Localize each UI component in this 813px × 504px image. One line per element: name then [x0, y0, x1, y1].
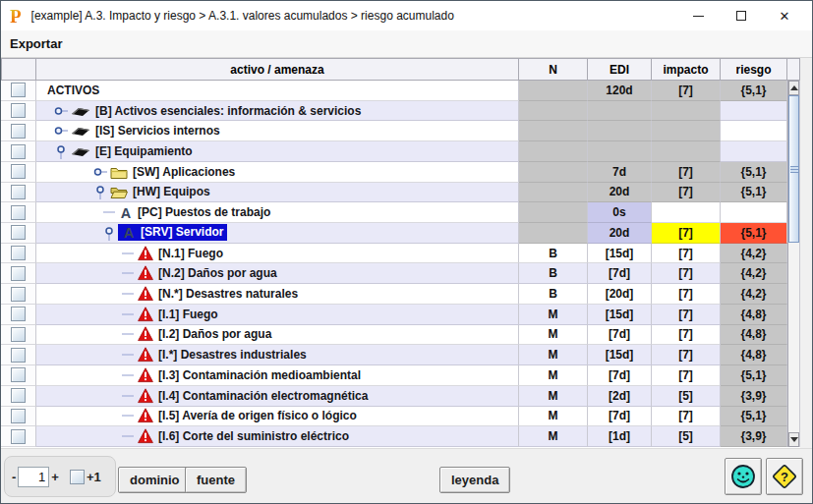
increment-button[interactable]: +	[49, 470, 61, 484]
tree-expanded-handle-icon[interactable]	[53, 143, 69, 159]
header-edi[interactable]: EDI	[588, 58, 652, 81]
table-row[interactable]: A[SRV] Servidor20d[7]{5,1}	[1, 223, 787, 244]
tree-node-label[interactable]: [PC] Puestos de trabajo	[138, 205, 270, 219]
table-row[interactable]: [N.1] FuegoB[15d][7]{4,2}	[1, 244, 787, 264]
tree-expanded-handle-icon[interactable]	[101, 225, 117, 241]
scroll-up-button[interactable]	[788, 81, 799, 95]
header-activo-amenaza[interactable]: activo / amenaza	[36, 58, 519, 81]
mood-button[interactable]	[725, 458, 762, 495]
tree-node-label[interactable]: [I.6] Corte del suministro eléctrico	[158, 429, 349, 443]
tree-node-label[interactable]: [N.2] Daños por agua	[158, 266, 277, 280]
menu-item-exportar[interactable]: Exportar	[1, 36, 71, 51]
help-icon: ?	[771, 463, 798, 490]
tree-node-label[interactable]: [I.*] Desastres industriales	[158, 348, 307, 362]
row-checkbox[interactable]	[11, 409, 26, 423]
table-row[interactable]: [HW] Equipos20d[7]{5,1}	[1, 183, 787, 203]
scroll-down-button[interactable]	[788, 432, 799, 447]
row-checkbox-cell	[1, 183, 36, 203]
row-checkbox[interactable]	[11, 287, 26, 302]
close-button[interactable]: ✕	[763, 1, 806, 30]
table-row[interactable]: A[PC] Puestos de trabajo0s	[1, 202, 787, 223]
row-checkbox-cell	[1, 121, 36, 141]
tree-cell: ACTIVOS	[36, 81, 519, 101]
thumb-grip-icon	[790, 166, 798, 173]
tree-node-label[interactable]: [SRV] Servidor	[141, 225, 223, 239]
row-checkbox[interactable]	[11, 388, 26, 403]
minimize-button[interactable]	[676, 1, 720, 30]
row-checkbox[interactable]	[11, 266, 26, 281]
row-checkbox[interactable]	[11, 103, 26, 118]
tree-collapsed-handle-icon[interactable]	[92, 164, 108, 180]
table-row[interactable]: [N.*] Desastres naturalesB[20d][7]{4,2}	[1, 284, 787, 305]
scrollbar-thumb[interactable]	[788, 95, 799, 243]
row-checkbox[interactable]	[11, 429, 26, 444]
table-row[interactable]: [I.3] Contaminación medioambientalM[7d][…	[1, 365, 787, 386]
row-checkbox[interactable]	[11, 367, 26, 382]
row-checkbox[interactable]	[11, 124, 26, 139]
tree-node-label[interactable]: [SW] Aplicaciones	[133, 165, 235, 179]
dominio-button[interactable]: dominio	[118, 467, 192, 493]
cell-edi: 0s	[588, 202, 652, 223]
page-number-input[interactable]	[18, 467, 49, 487]
table-row[interactable]: [IS] Servicios internos	[1, 121, 787, 141]
table-row[interactable]: [B] Activos esenciales: información & se…	[1, 101, 787, 122]
table-row[interactable]: [N.2] Daños por aguaB[7d][7]{4,2}	[1, 263, 787, 284]
table-row[interactable]: [I.6] Corte del suministro eléctricoM[1d…	[1, 426, 787, 447]
table-row[interactable]: [I.*] Desastres industrialesM[15d][7]{4,…	[1, 345, 787, 365]
tree-node-label[interactable]: [N.*] Desastres naturales	[158, 287, 298, 301]
header-n[interactable]: N	[519, 58, 588, 81]
decrement-button[interactable]: -	[10, 470, 18, 484]
row-checkbox[interactable]	[11, 83, 26, 97]
row-checkbox[interactable]	[11, 327, 26, 342]
vertical-scrollbar[interactable]	[787, 81, 800, 447]
header-riesgo[interactable]: riesgo	[721, 58, 787, 81]
row-checkbox[interactable]	[11, 205, 26, 220]
tree-node-label[interactable]: [I.4] Contaminación electromagnética	[158, 389, 368, 403]
tree-node-label[interactable]: [IS] Servicios internos	[95, 124, 220, 138]
table-row[interactable]: [SW] Aplicaciones7d[7]{5,1}	[1, 162, 787, 183]
tree-node-label[interactable]: ACTIVOS	[47, 84, 99, 97]
tree-node-label[interactable]: [HW] Equipos	[133, 185, 210, 198]
help-button[interactable]: ?	[766, 458, 803, 495]
row-checkbox[interactable]	[11, 164, 26, 179]
leyenda-button[interactable]: leyenda	[439, 467, 510, 493]
row-checkbox-cell	[1, 141, 36, 162]
tree-cell: [I.6] Corte del suministro eléctrico	[36, 426, 519, 447]
tree-leaf-handle-icon	[120, 428, 136, 444]
header-impacto[interactable]: impacto	[652, 58, 721, 81]
row-checkbox[interactable]	[11, 225, 26, 240]
tree-node-label[interactable]: [I.2] Daños por agua	[158, 327, 271, 341]
maximize-button[interactable]	[720, 1, 763, 30]
row-checkbox[interactable]	[11, 144, 26, 159]
header-checkbox-column	[1, 58, 36, 81]
cell-edi: 120d	[588, 81, 652, 101]
tree-collapsed-handle-icon[interactable]	[53, 103, 69, 119]
tree-expanded-handle-icon[interactable]	[92, 184, 108, 199]
tree-node-label[interactable]: [N.1] Fuego	[158, 247, 223, 260]
table-row[interactable]: [E] Equipamiento	[1, 141, 787, 162]
table-row[interactable]: [I.2] Daños por aguaM[7d][7]{4,8}	[1, 325, 787, 346]
tree-collapsed-handle-icon[interactable]	[53, 123, 69, 139]
row-checkbox[interactable]	[11, 246, 26, 260]
table-row[interactable]: [I.4] Contaminación electromagnéticaM[2d…	[1, 386, 787, 407]
plus-one-checkbox[interactable]	[70, 470, 85, 484]
tree-node-label[interactable]: [I.3] Contaminación medioambiental	[158, 368, 361, 382]
fuente-button[interactable]: fuente	[185, 467, 247, 493]
selected-node[interactable]: A[SRV] Servidor	[118, 224, 227, 241]
tree-node-label[interactable]: [I.5] Avería de origen físico o lógico	[158, 409, 357, 422]
tree-node-label[interactable]: [I.1] Fuego	[158, 308, 218, 321]
bottom-toolbar: - + +1 dominio fuente leyenda ?	[1, 448, 812, 503]
row-checkbox-cell	[1, 81, 36, 101]
tree-node-label[interactable]: [B] Activos esenciales: información & se…	[95, 104, 361, 118]
table-row[interactable]: ACTIVOS120d[7]{5,1}	[1, 81, 787, 101]
table-row[interactable]: [I.1] FuegoM[15d][7]{4,8}	[1, 305, 787, 325]
minimize-icon	[693, 16, 704, 17]
row-checkbox[interactable]	[11, 348, 26, 363]
tree-leaf-handle-icon	[120, 408, 136, 423]
tree-node-label[interactable]: [E] Equipamiento	[95, 144, 193, 158]
row-checkbox[interactable]	[11, 307, 26, 321]
row-checkbox[interactable]	[11, 185, 26, 199]
row-checkbox-cell	[1, 305, 36, 325]
table-row[interactable]: [I.5] Avería de origen físico o lógicoM[…	[1, 407, 787, 427]
cell-impacto: [7]	[652, 305, 721, 325]
